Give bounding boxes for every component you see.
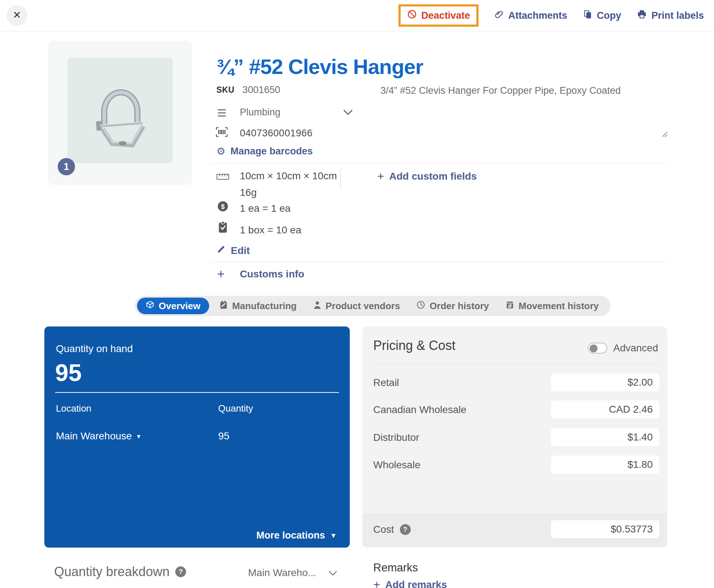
chevron-down-icon — [343, 110, 353, 117]
location-row-toggle[interactable]: Main Warehouse ▾ — [56, 430, 140, 442]
more-locations-label: More locations — [256, 530, 325, 541]
breakdown-location-value: Main Wareho... — [248, 567, 316, 579]
textarea-resize-grip — [661, 131, 669, 139]
tab-bar: Overview Manufacturing Product vendors O… — [135, 296, 611, 316]
tab-label: Overview — [159, 300, 200, 312]
plus-icon: + — [373, 579, 380, 588]
dimensions-value: 10cm × 10cm × 10cm — [240, 170, 337, 182]
product-image — [67, 58, 173, 163]
tab-label: Movement history — [519, 300, 599, 312]
advanced-toggle[interactable] — [588, 343, 607, 354]
divider — [211, 163, 667, 163]
pricing-cost-panel: Pricing & Cost Advanced Retail Canadian … — [362, 326, 667, 547]
customs-info-label: Customs info — [240, 268, 304, 280]
sku-row: SKU 3001650 — [216, 84, 280, 96]
image-count-badge: 1 — [58, 158, 75, 175]
advanced-label: Advanced — [613, 342, 658, 354]
person-icon — [313, 300, 321, 312]
add-remarks-link[interactable]: + Add remarks — [373, 579, 447, 588]
manufacturing-icon — [219, 300, 228, 312]
deactivate-highlight-box: Deactivate — [398, 4, 479, 27]
top-bar: Deactivate Attachments Copy Print labe — [0, 0, 714, 31]
location-column-header: Location — [56, 403, 91, 414]
paperclip-icon — [494, 9, 504, 22]
add-remarks-label: Add remarks — [385, 579, 447, 588]
vertical-divider — [340, 168, 341, 189]
price-row-label: Retail — [373, 377, 399, 389]
triangle-down-icon: ▼ — [330, 532, 337, 539]
product-image-card[interactable]: 1 — [48, 41, 192, 185]
clevis-hanger-photo — [67, 58, 173, 163]
pricing-cost-title: Pricing & Cost — [373, 338, 455, 353]
print-labels-button[interactable]: Print labels — [637, 9, 704, 22]
close-icon — [12, 10, 22, 21]
deactivate-label: Deactivate — [421, 10, 470, 21]
triangle-down-icon: ▾ — [137, 433, 141, 440]
help-icon[interactable]: ? — [175, 566, 186, 577]
divider — [211, 262, 667, 262]
edit-link[interactable]: Edit — [216, 245, 250, 256]
category-value: Plumbing — [240, 107, 281, 118]
distributor-price-input[interactable] — [551, 428, 659, 446]
svg-text:$: $ — [221, 203, 225, 210]
canadian-wholesale-price-input[interactable] — [551, 400, 659, 418]
quantity-on-hand-title: Quantity on hand — [56, 343, 133, 355]
deactivate-button[interactable]: Deactivate — [407, 9, 470, 22]
print-labels-label: Print labels — [651, 10, 704, 21]
copy-label: Copy — [597, 10, 621, 21]
category-select[interactable]: Plumbing — [216, 105, 353, 120]
tab-order-history[interactable]: Order history — [410, 298, 495, 314]
cost-input[interactable] — [551, 520, 659, 538]
quantity-column-header: Quantity — [218, 403, 253, 414]
cost-label: Cost — [373, 524, 394, 535]
ban-icon — [407, 9, 417, 22]
cube-icon — [146, 300, 154, 312]
quantity-on-hand-total: 95 — [55, 359, 81, 386]
plus-icon: + — [217, 268, 225, 281]
ruler-icon — [216, 173, 229, 182]
weight-value: 16g — [240, 187, 257, 198]
attachments-button[interactable]: Attachments — [494, 9, 567, 22]
breakdown-location-select[interactable]: Main Wareho... — [248, 567, 337, 579]
manage-barcodes-link[interactable]: ⚙ Manage barcodes — [216, 146, 313, 157]
wholesale-price-input[interactable] — [551, 456, 659, 474]
help-icon[interactable]: ? — [400, 524, 411, 535]
copy-icon — [583, 9, 592, 22]
tab-movement-history[interactable]: Movement history — [499, 298, 605, 314]
location-quantity: 95 — [218, 430, 229, 442]
tab-label: Order history — [429, 300, 489, 312]
carton-conversion-value: 1 box = 10 ea — [240, 224, 301, 236]
divider — [55, 392, 339, 393]
remarks-heading: Remarks — [373, 561, 418, 574]
description-textarea[interactable]: 3/4” #52 Clevis Hanger For Copper Pipe, … — [380, 85, 640, 96]
printer-icon — [637, 9, 647, 22]
attachments-label: Attachments — [508, 10, 567, 21]
quantity-on-hand-panel: Quantity on hand 95 Location Quantity Ma… — [44, 326, 350, 548]
toggle-knob — [590, 345, 598, 352]
sku-value: 3001650 — [242, 84, 280, 96]
pencil-icon — [216, 245, 226, 256]
retail-price-input[interactable] — [551, 373, 659, 391]
product-detail-page: Deactivate Attachments Copy Print labe — [0, 0, 714, 588]
more-locations-button[interactable]: More locations ▼ — [256, 530, 337, 541]
tab-manufacturing[interactable]: Manufacturing — [213, 298, 303, 314]
add-custom-fields-link[interactable]: + Add custom fields — [377, 170, 477, 182]
carton-check-icon — [218, 221, 228, 235]
advanced-toggle-group: Advanced — [588, 342, 658, 354]
clock-icon — [416, 300, 425, 312]
edit-label: Edit — [231, 245, 250, 256]
price-row-label: Wholesale — [373, 459, 420, 471]
customs-info-link[interactable]: + Customs info — [217, 268, 304, 281]
unit-conversion-value: 1 ea = 1 ea — [240, 203, 291, 214]
tab-product-vendors[interactable]: Product vendors — [307, 298, 407, 314]
tab-overview[interactable]: Overview — [137, 298, 209, 314]
barcode-icon — [216, 127, 228, 139]
plus-icon: + — [377, 170, 384, 182]
sku-label: SKU — [216, 85, 234, 95]
manage-barcodes-label: Manage barcodes — [230, 146, 313, 157]
close-button[interactable] — [6, 5, 27, 26]
price-row-label: Distributor — [373, 432, 419, 443]
top-actions: Deactivate Attachments Copy Print labe — [398, 0, 704, 31]
tab-label: Product vendors — [326, 300, 400, 312]
copy-button[interactable]: Copy — [583, 9, 621, 22]
